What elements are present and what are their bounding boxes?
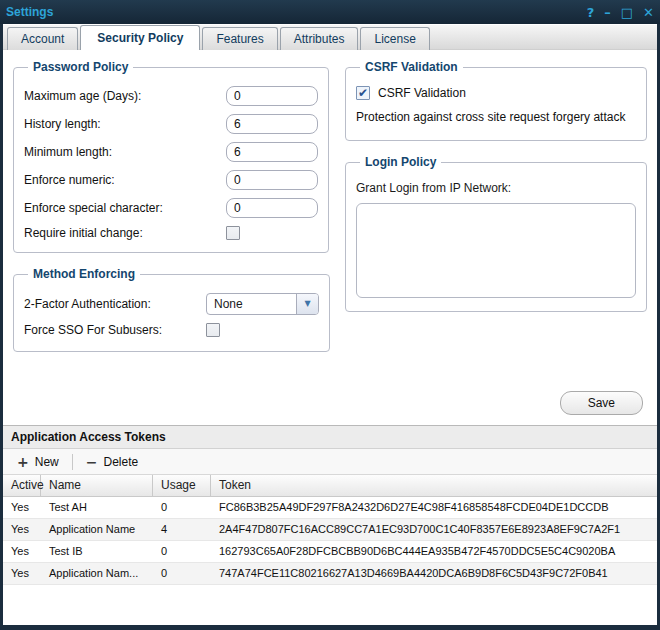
plus-icon: + xyxy=(17,455,29,469)
grant-login-textarea[interactable] xyxy=(356,203,636,298)
enforce-special-label: Enforce special character: xyxy=(24,201,226,215)
history-length-row: History length: xyxy=(24,114,318,134)
two-factor-dropdown[interactable]: None ▼ xyxy=(206,293,319,315)
history-length-input[interactable] xyxy=(226,114,318,134)
cell-active: Yes xyxy=(3,497,41,518)
right-column: CSRF Validation ✔ CSRF Validation Protec… xyxy=(345,60,647,425)
chevron-down-icon: ▼ xyxy=(304,300,310,308)
tab-features[interactable]: Features xyxy=(202,27,277,50)
enforce-special-row: Enforce special character: xyxy=(24,198,318,218)
two-factor-dropdown-value: None xyxy=(207,294,296,314)
application-access-tokens-panel: Application Access Tokens + New − Delete… xyxy=(3,425,657,625)
cell-active: Yes xyxy=(3,563,41,584)
cell-token: FC86B3B25A49DF297F8A2432D6D27E4C98F41685… xyxy=(211,497,657,518)
min-length-label: Minimum length: xyxy=(24,145,226,159)
tokens-table-empty-area xyxy=(3,585,657,625)
table-row[interactable]: Yes Application Name 4 2A4F47D807FC16ACC… xyxy=(3,519,657,541)
tokens-panel-title: Application Access Tokens xyxy=(3,426,657,449)
csrf-checkbox[interactable]: ✔ xyxy=(356,86,370,100)
tab-license[interactable]: License xyxy=(360,27,429,50)
cell-token: 747A74FCE11C80216627A13D4669BA4420DCA6B9… xyxy=(211,563,657,584)
minus-icon: − xyxy=(86,455,98,469)
csrf-checkbox-label: CSRF Validation xyxy=(378,86,466,100)
save-button[interactable]: Save xyxy=(560,391,643,415)
cell-usage: 0 xyxy=(153,497,211,518)
help-icon[interactable]: ? xyxy=(587,6,595,19)
enforce-numeric-row: Enforce numeric: xyxy=(24,170,318,190)
settings-window: Settings ? – □ ✕ Account Security Policy… xyxy=(0,0,660,630)
csrf-validation-group: CSRF Validation ✔ CSRF Validation Protec… xyxy=(345,60,647,141)
table-row[interactable]: Yes Test IB 0 162793C65A0F28DFCBCBB90D6B… xyxy=(3,541,657,563)
cell-name: Application Nam... xyxy=(41,563,153,584)
min-length-input[interactable] xyxy=(226,142,318,162)
max-age-label: Maximum age (Days): xyxy=(24,89,226,103)
force-sso-label: Force SSO For Subusers: xyxy=(24,323,206,337)
cell-active: Yes xyxy=(3,541,41,562)
cell-usage: 0 xyxy=(153,541,211,562)
two-factor-dropdown-button[interactable]: ▼ xyxy=(296,294,318,314)
tokens-toolbar: + New − Delete xyxy=(3,449,657,475)
method-enforcing-group: Method Enforcing 2-Factor Authentication… xyxy=(13,267,330,352)
tab-security-policy[interactable]: Security Policy xyxy=(80,25,200,50)
security-policy-panel: Password Policy Maximum age (Days): Hist… xyxy=(3,50,657,425)
cell-active: Yes xyxy=(3,519,41,540)
window-title: Settings xyxy=(6,5,53,19)
window-controls: ? – □ ✕ xyxy=(587,6,654,19)
column-header-token[interactable]: Token xyxy=(211,475,657,496)
cell-name: Application Name xyxy=(41,519,153,540)
require-initial-change-checkbox[interactable] xyxy=(226,226,240,240)
csrf-validation-legend: CSRF Validation xyxy=(360,60,463,74)
tab-strip: Account Security Policy Features Attribu… xyxy=(3,24,657,50)
login-policy-legend: Login Policy xyxy=(360,155,441,169)
two-factor-row: 2-Factor Authentication: None ▼ xyxy=(24,293,319,315)
table-row[interactable]: Yes Application Nam... 0 747A74FCE11C802… xyxy=(3,563,657,585)
tab-attributes[interactable]: Attributes xyxy=(280,27,359,50)
minimize-icon[interactable]: – xyxy=(604,6,611,19)
max-age-input[interactable] xyxy=(226,86,318,106)
delete-token-button[interactable]: − Delete xyxy=(80,453,144,471)
cell-token: 162793C65A0F28DFCBCBB90D6BC444EA935B472F… xyxy=(211,541,657,562)
new-token-label: New xyxy=(35,455,59,469)
method-enforcing-legend: Method Enforcing xyxy=(28,267,140,281)
cell-usage: 0 xyxy=(153,563,211,584)
password-policy-legend: Password Policy xyxy=(28,60,133,74)
require-initial-change-label: Require initial change: xyxy=(24,226,226,240)
cell-name: Test IB xyxy=(41,541,153,562)
cell-usage: 4 xyxy=(153,519,211,540)
grant-login-label: Grant Login from IP Network: xyxy=(356,181,636,195)
tokens-table-header: Active Name Usage Token xyxy=(3,475,657,497)
check-icon: ✔ xyxy=(358,87,368,99)
max-age-row: Maximum age (Days): xyxy=(24,86,318,106)
force-sso-row: Force SSO For Subusers: xyxy=(24,323,319,337)
cell-token: 2A4F47D807FC16ACC89CC7A1EC93D700C1C40F83… xyxy=(211,519,657,540)
csrf-checkbox-row: ✔ CSRF Validation xyxy=(356,86,636,100)
title-bar: Settings ? – □ ✕ xyxy=(0,0,660,24)
close-icon[interactable]: ✕ xyxy=(643,6,654,19)
require-initial-change-row: Require initial change: xyxy=(24,226,318,240)
enforce-special-input[interactable] xyxy=(226,198,318,218)
column-header-name[interactable]: Name xyxy=(41,475,153,496)
history-length-label: History length: xyxy=(24,117,226,131)
toolbar-separator xyxy=(72,454,73,470)
enforce-numeric-input[interactable] xyxy=(226,170,318,190)
min-length-row: Minimum length: xyxy=(24,142,318,162)
tab-account[interactable]: Account xyxy=(7,27,78,50)
password-policy-group: Password Policy Maximum age (Days): Hist… xyxy=(13,60,329,253)
table-row[interactable]: Yes Test AH 0 FC86B3B25A49DF297F8A2432D6… xyxy=(3,497,657,519)
cell-name: Test AH xyxy=(41,497,153,518)
force-sso-checkbox[interactable] xyxy=(206,323,220,337)
left-column: Password Policy Maximum age (Days): Hist… xyxy=(13,60,329,425)
maximize-icon[interactable]: □ xyxy=(621,6,633,19)
column-header-active[interactable]: Active xyxy=(3,475,41,496)
delete-token-label: Delete xyxy=(103,455,138,469)
csrf-description: Protection against cross site request fo… xyxy=(356,110,636,124)
login-policy-group: Login Policy Grant Login from IP Network… xyxy=(345,155,647,312)
column-header-usage[interactable]: Usage xyxy=(153,475,211,496)
two-factor-label: 2-Factor Authentication: xyxy=(24,297,206,311)
enforce-numeric-label: Enforce numeric: xyxy=(24,173,226,187)
new-token-button[interactable]: + New xyxy=(11,453,65,471)
